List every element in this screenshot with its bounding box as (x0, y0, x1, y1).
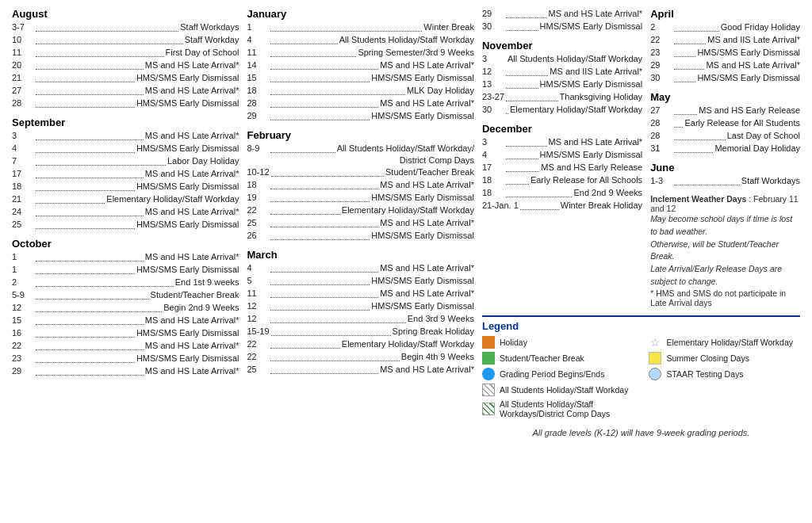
list-item: 29 HMS/SMS Early Dismissal (247, 110, 473, 123)
list-item: 18 Early Release for All Schools (482, 174, 642, 187)
list-item: 18 HMS/SMS Early Dismissal (12, 181, 239, 193)
list-item: 3 MS and HS Late Arrival* (12, 130, 239, 143)
march-title: March (247, 249, 473, 261)
list-item: 18 MLK Day Holiday (247, 85, 473, 97)
august-title: August (12, 8, 239, 20)
list-item: 3 All Students Holiday/Staff Workday (482, 53, 642, 66)
list-item: 22 Elementary Holiday/Staff Workday (247, 338, 473, 351)
grading-icon (482, 368, 495, 380)
list-item: 12 HMS/SMS Early Dismissal (247, 300, 473, 313)
october-title: October (12, 238, 239, 250)
august-section: August 3-7 Staff Workdays 10 Staff Workd… (12, 8, 239, 110)
col-1: August 3-7 Staff Workdays 10 Staff Workd… (12, 8, 239, 437)
list-item: 11 First Day of School (12, 47, 239, 59)
november-section: November 3 All Students Holiday/Staff Wo… (482, 40, 642, 116)
may-section: May 27 MS and HS Early Release 28 Early … (650, 91, 800, 155)
list-item: 1-3 Staff Workdays (650, 175, 800, 188)
december-section: December 3 MS and HS Late Arrival* 4 HMS… (482, 123, 642, 212)
summer-icon (649, 352, 661, 365)
list-item: 10 Staff Workday (12, 34, 239, 47)
legend-section: Legend Holiday Student/Teacher Break Gra… (482, 315, 800, 422)
sub-col-left: 29 MS and HS Late Arrival* 30 HMS/SMS Ea… (482, 8, 642, 307)
elementary-icon: ☆ (649, 336, 661, 349)
legend-item-elementary: ☆ Elementary Holiday/Staff Workday (649, 336, 800, 349)
inclement-title: Inclement Weather Days : February 11 and… (650, 194, 800, 213)
legend-col-left: Holiday Student/Teacher Break Grading Pe… (482, 336, 634, 422)
list-item: 16 HMS/SMS Early Dismissal (12, 327, 239, 340)
main-layout: August 3-7 Staff Workdays 10 Staff Workd… (12, 8, 800, 437)
list-item-cont: District Comp Days (247, 155, 473, 165)
list-item: 25 HMS/SMS Early Dismissal (12, 219, 239, 231)
list-item: 12 End 3rd 9 Weeks (247, 313, 473, 326)
list-item: 17 MS and HS Late Arrival* (12, 168, 239, 181)
list-item: 19 HMS/SMS Early Dismissal (247, 192, 473, 204)
list-item: 29 MS and HS Late Arrival* (650, 59, 800, 72)
april-title: April (650, 8, 800, 20)
right-columns: 29 MS and HS Late Arrival* 30 HMS/SMS Ea… (482, 8, 800, 307)
legend-item-staar: STAAR Testing Days (649, 368, 800, 380)
student-teacher-icon (482, 352, 495, 365)
holiday-icon (482, 336, 495, 349)
list-item: 23 HMS/SMS Early Dismissal (650, 47, 800, 59)
list-item: 15-19 Spring Break Holiday (247, 326, 473, 338)
list-item: 22 MS and IIS Late Arrival* (650, 34, 800, 47)
legend-grid: Holiday Student/Teacher Break Grading Pe… (482, 336, 800, 422)
list-item: 2 End 1st 9 weeks (12, 277, 239, 289)
january-title: January (247, 8, 473, 20)
allstudents-icon (482, 384, 495, 396)
list-item: 11 Spring Semester/3rd 9 Weeks (247, 47, 473, 59)
list-item: 21-Jan. 1 Winter Break Holiday (482, 200, 642, 212)
list-item: 28 HMS/SMS Early Dismissal (12, 97, 239, 110)
list-item: 22 Elementary Holiday/Staff Workday (247, 204, 473, 217)
september-section: September 3 MS and HS Late Arrival* 4 HM… (12, 116, 239, 231)
sub-col-right: April 2 Good Friday Holiday 22 MS and II… (650, 8, 800, 307)
list-item: 26 HMS/SMS Early Dismissal (247, 230, 473, 242)
list-item: 30 HMS/SMS Early Dismissal (650, 72, 800, 85)
list-item: 10-12 Student/Teacher Break (247, 166, 473, 179)
february-section: February 8-9 All Students Holiday/Staff … (247, 129, 473, 242)
list-item: 18 MS and HS Late Arrival* (247, 179, 473, 192)
list-item: 4 All Students Holiday/Staff Workday (247, 34, 473, 47)
legend-item-holiday: Holiday (482, 336, 634, 349)
list-item: 28 MS and HS Late Arrival* (247, 97, 473, 110)
list-item: 21 Elementary Holiday/Staff Workday (12, 193, 239, 206)
legend-col-right: ☆ Elementary Holiday/Staff Workday Summe… (649, 336, 800, 422)
list-item: 2 Good Friday Holiday (650, 21, 800, 34)
list-item: 8-9 All Students Holiday/Staff Workday/ (247, 143, 473, 155)
september-title: September (12, 116, 239, 128)
inclement-note2: Otherwise, will be Student/Teacher Break… (650, 239, 800, 264)
june-title: June (650, 162, 800, 174)
col-2: January 1 Winter Break 4 All Students Ho… (247, 8, 473, 437)
legend-title: Legend (482, 320, 800, 332)
list-item: 27 MS and HS Early Release (650, 105, 800, 117)
list-item: 17 MS and HS Early Release (482, 162, 642, 174)
may-title: May (650, 91, 800, 103)
col-3: 29 MS and HS Late Arrival* 30 HMS/SMS Ea… (482, 8, 800, 437)
list-item: 1 MS and HS Late Arrival* (12, 251, 239, 264)
list-item: 30 HMS/SMS Early Dismissal (482, 21, 642, 33)
bottom-note: All grade levels (K-12) will have 9-week… (482, 428, 800, 437)
list-item: 15 HMS/SMS Early Dismissal (247, 72, 473, 85)
legend-item-summer: Summer Closing Days (649, 352, 800, 365)
list-item: 31 Memorial Day Holiday (650, 143, 800, 155)
april-section: April 2 Good Friday Holiday 22 MS and II… (650, 8, 800, 85)
list-item: 25 MS and HS Late Arrival* (247, 217, 473, 230)
list-item: 3-7 Staff Workdays (12, 21, 239, 34)
list-item: 29 MS and HS Late Arrival* (482, 8, 642, 21)
january-section: January 1 Winter Break 4 All Students Ho… (247, 8, 473, 123)
inclement-note3: Late Arrival/Early Release Days are subj… (650, 263, 800, 288)
list-item: 7 Labor Day Holiday (12, 155, 239, 168)
staar-icon (649, 368, 661, 380)
list-item: 5 HMS/SMS Early Dismissal (247, 275, 473, 288)
december-title: December (482, 123, 642, 135)
legend-item-allstudents: All Students Holiday/Staff Workday (482, 384, 634, 396)
list-item: 4 HMS/SMS Early Dismissal (482, 149, 642, 162)
list-item: 29 MS and HS Late Arrival* (12, 365, 239, 378)
list-item: 1 HMS/SMS Early Dismissal (12, 264, 239, 277)
legend-item-allstudents-district: All Students Holiday/Staff Workdays/Dist… (482, 399, 634, 418)
october-cont-section: 29 MS and HS Late Arrival* 30 HMS/SMS Ea… (482, 8, 642, 33)
list-item: 24 MS and HS Late Arrival* (12, 206, 239, 219)
inclement-note4: * HMS and SMS do not participate in Late… (650, 288, 800, 307)
list-item: 4 HMS/SMS Early Dismissal (12, 143, 239, 155)
list-item: 13 HMS/SMS Early Dismissal (482, 78, 642, 91)
